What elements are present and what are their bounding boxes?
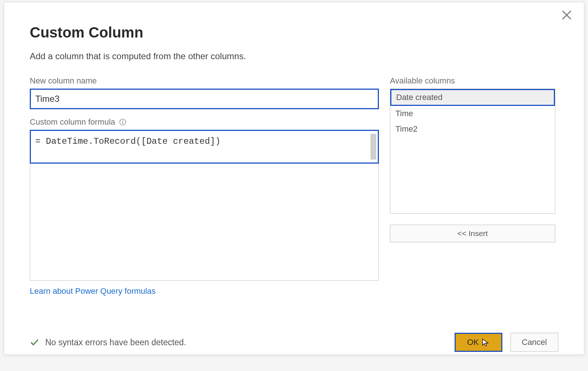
syntax-status: No syntax errors have been detected. xyxy=(30,338,186,347)
custom-column-formula-label: Custom column formula xyxy=(30,117,115,127)
dialog-subtitle: Add a column that is computed from the o… xyxy=(30,51,558,61)
cancel-button[interactable]: Cancel xyxy=(510,333,558,352)
close-icon xyxy=(560,9,573,21)
custom-column-formula-input[interactable] xyxy=(30,130,368,280)
new-column-name-input[interactable] xyxy=(30,89,379,109)
cursor-icon xyxy=(481,338,490,347)
insert-button[interactable]: << Insert xyxy=(390,225,555,242)
available-column-item[interactable]: Time2 xyxy=(390,121,555,137)
formula-scrollbar[interactable] xyxy=(370,134,376,160)
available-columns-label: Available columns xyxy=(390,76,555,86)
dialog-title: Custom Column xyxy=(30,24,558,41)
new-column-name-label: New column name xyxy=(30,76,379,86)
custom-column-dialog: Custom Column Add a column that is compu… xyxy=(4,2,584,355)
available-columns-list[interactable]: Date createdTimeTime2 xyxy=(390,89,555,214)
available-column-item[interactable]: Date created xyxy=(391,90,554,105)
formula-editor xyxy=(30,130,379,281)
learn-link[interactable]: Learn about Power Query formulas xyxy=(30,286,155,296)
svg-rect-4 xyxy=(122,122,123,124)
formula-label-row: Custom column formula xyxy=(30,117,379,127)
close-button[interactable] xyxy=(560,9,573,21)
ok-button-label: OK xyxy=(467,338,479,347)
syntax-status-text: No syntax errors have been detected. xyxy=(45,338,186,347)
svg-point-3 xyxy=(122,120,123,121)
check-icon xyxy=(30,338,39,347)
info-icon[interactable] xyxy=(119,118,127,126)
ok-button[interactable]: OK xyxy=(455,333,502,352)
dialog-buttons: OK Cancel xyxy=(455,333,558,352)
available-column-item[interactable]: Time xyxy=(390,106,555,121)
